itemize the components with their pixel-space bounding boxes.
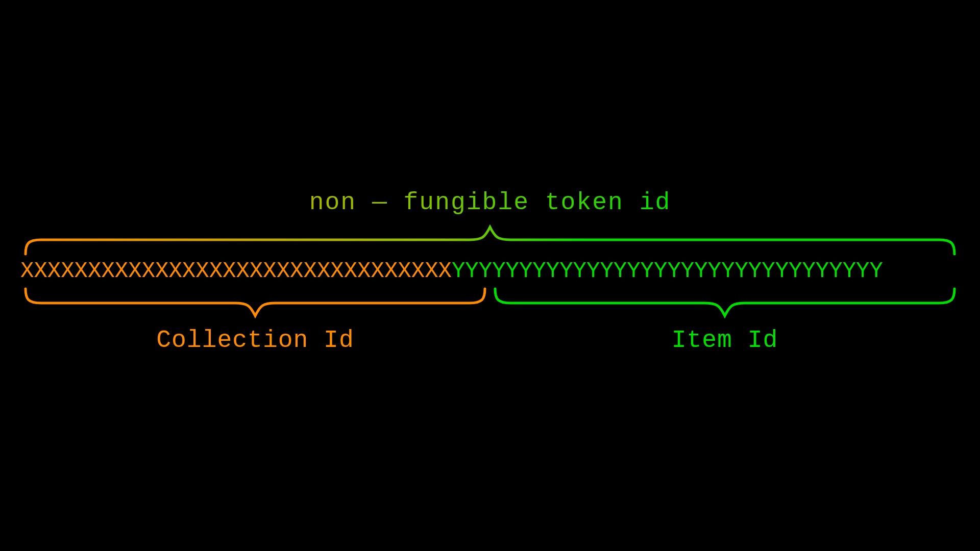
top-brace-icon: [26, 227, 954, 254]
diagram-stage: non — fungible token id XXXXXXXXXXXXXXXX…: [0, 0, 980, 551]
collection-id-label: Collection Id: [20, 327, 490, 354]
item-brace-icon: [495, 289, 954, 316]
collection-brace-icon: [26, 289, 485, 316]
token-id-row: XXXXXXXXXXXXXXXXXXXXXXXXXXXXXXXXYYYYYYYY…: [20, 258, 960, 284]
collection-id-chars: XXXXXXXXXXXXXXXXXXXXXXXXXXXXXXXX: [20, 258, 452, 284]
item-id-label: Item Id: [490, 327, 960, 354]
item-id-chars: YYYYYYYYYYYYYYYYYYYYYYYYYYYYYYYY: [452, 258, 883, 284]
diagram-title: non — fungible token id: [0, 189, 980, 216]
